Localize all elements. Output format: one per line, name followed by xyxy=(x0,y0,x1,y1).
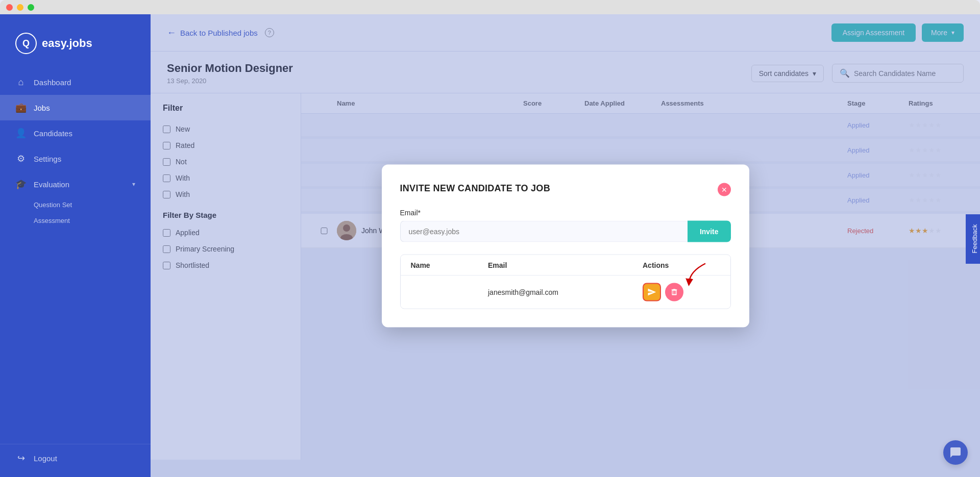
invite-candidate-modal: INVITE NEW CANDIDATE TO JOB ✕ Email* Inv… xyxy=(382,164,749,327)
email-input-row: Invite xyxy=(400,220,731,242)
jobs-icon: 💼 xyxy=(15,102,27,113)
sidebar-item-label: Candidates xyxy=(34,129,72,138)
home-icon: ⌂ xyxy=(15,77,27,88)
logo-icon: Q xyxy=(15,33,37,54)
invite-row-email: janesmith@gmail.com xyxy=(488,288,643,296)
settings-icon: ⚙ xyxy=(15,153,27,164)
send-invite-button[interactable] xyxy=(643,283,661,301)
sidebar: Q easy.jobs ⌂ Dashboard 💼 Jobs 👤 Candida… xyxy=(0,14,151,477)
logout-icon: ↪ xyxy=(15,453,27,464)
sidebar-subnav-evaluation: Question Set Assessment xyxy=(0,197,151,229)
main-content: ← Back to Published jobs ? Assign Assess… xyxy=(151,14,980,477)
logo-symbol: Q xyxy=(22,38,30,49)
sidebar-nav: ⌂ Dashboard 💼 Jobs 👤 Candidates ⚙ Settin… xyxy=(0,69,151,444)
sidebar-item-assessment[interactable]: Assessment xyxy=(34,213,151,229)
modal-close-button[interactable]: ✕ xyxy=(718,183,731,196)
modal-title: INVITE NEW CANDIDATE TO JOB xyxy=(400,183,550,193)
feedback-tab[interactable]: Feedback xyxy=(966,214,980,263)
invite-col-email: Email xyxy=(488,261,643,269)
minimize-button[interactable] xyxy=(17,4,23,11)
logout-label: Logout xyxy=(34,454,57,463)
email-input[interactable] xyxy=(400,220,688,242)
sidebar-item-evaluation[interactable]: 🎓 Evaluation ▾ xyxy=(0,171,151,197)
evaluation-icon: 🎓 xyxy=(15,179,27,190)
sidebar-logo: Q easy.jobs xyxy=(0,24,151,69)
invite-col-name: Name xyxy=(411,261,488,269)
sidebar-item-settings[interactable]: ⚙ Settings xyxy=(0,146,151,171)
maximize-button[interactable] xyxy=(28,4,34,11)
logout-button[interactable]: ↪ Logout xyxy=(0,444,151,472)
arrow-annotation xyxy=(680,261,710,293)
logo-text: easy.jobs xyxy=(42,37,92,50)
candidates-icon: 👤 xyxy=(15,128,27,139)
sidebar-item-label: Evaluation xyxy=(34,180,69,189)
sidebar-item-jobs[interactable]: 💼 Jobs xyxy=(0,95,151,120)
sidebar-item-label: Jobs xyxy=(34,104,50,112)
modal-header: INVITE NEW CANDIDATE TO JOB ✕ xyxy=(400,183,731,196)
sidebar-item-question-set[interactable]: Question Set xyxy=(34,197,151,213)
sidebar-item-label: Dashboard xyxy=(34,78,71,87)
close-button[interactable] xyxy=(6,4,13,11)
invite-button[interactable]: Invite xyxy=(688,220,731,242)
sidebar-item-dashboard[interactable]: ⌂ Dashboard xyxy=(0,69,151,95)
sidebar-item-candidates[interactable]: 👤 Candidates xyxy=(0,120,151,146)
window-chrome xyxy=(0,0,980,14)
sidebar-item-label: Settings xyxy=(34,155,61,163)
email-label: Email* xyxy=(400,208,731,216)
chevron-down-icon: ▾ xyxy=(132,181,135,188)
